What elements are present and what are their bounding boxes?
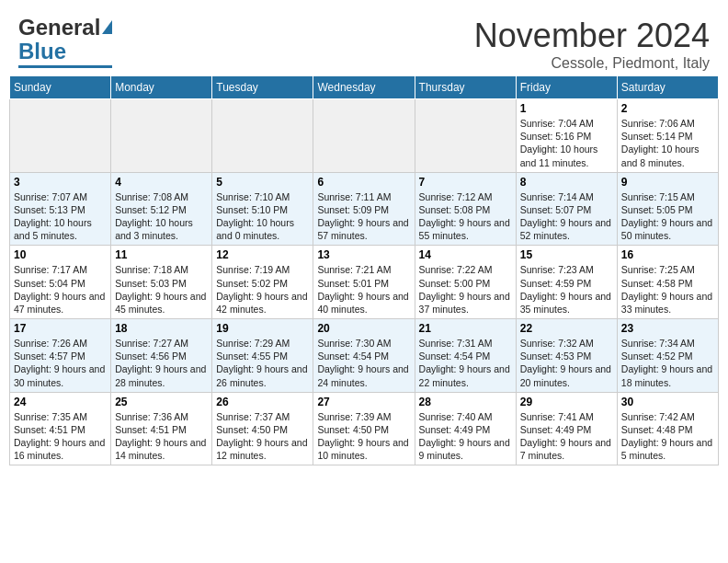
day-info: Sunrise: 7:07 AMSunset: 5:13 PMDaylight:… (14, 190, 107, 243)
weekday-header: Friday (516, 76, 617, 99)
calendar-day-cell: 6Sunrise: 7:11 AMSunset: 5:09 PMDaylight… (313, 172, 415, 246)
day-info: Sunrise: 7:18 AMSunset: 5:03 PMDaylight:… (115, 263, 208, 316)
calendar-day-cell: 5Sunrise: 7:10 AMSunset: 5:10 PMDaylight… (212, 172, 313, 246)
location-subtitle: Cessole, Piedmont, Italy (474, 55, 710, 72)
weekday-header: Monday (111, 76, 212, 99)
calendar-week-row: 10Sunrise: 7:17 AMSunset: 5:04 PMDayligh… (10, 246, 719, 319)
weekday-header: Tuesday (212, 76, 313, 99)
calendar-day-cell: 20Sunrise: 7:30 AMSunset: 4:54 PMDayligh… (313, 319, 415, 393)
day-info: Sunrise: 7:35 AMSunset: 4:51 PMDaylight:… (14, 410, 107, 463)
day-number: 24 (14, 396, 107, 408)
day-number: 26 (216, 396, 309, 408)
logo: General Blue (18, 17, 112, 68)
day-number: 15 (520, 248, 613, 261)
calendar-week-row: 1Sunrise: 7:04 AMSunset: 5:16 PMDaylight… (10, 99, 719, 173)
calendar-day-cell: 9Sunrise: 7:15 AMSunset: 5:05 PMDaylight… (617, 172, 718, 246)
weekday-header: Saturday (617, 76, 718, 99)
calendar-day-cell: 13Sunrise: 7:21 AMSunset: 5:01 PMDayligh… (313, 246, 415, 319)
day-number: 18 (115, 322, 208, 335)
day-info: Sunrise: 7:08 AMSunset: 5:12 PMDaylight:… (115, 190, 208, 243)
calendar-day-cell: 7Sunrise: 7:12 AMSunset: 5:08 PMDaylight… (415, 172, 516, 246)
day-info: Sunrise: 7:04 AMSunset: 5:16 PMDaylight:… (520, 117, 613, 169)
calendar-day-cell: 8Sunrise: 7:14 AMSunset: 5:07 PMDaylight… (516, 172, 617, 246)
calendar-day-cell (111, 99, 212, 173)
day-number: 7 (419, 176, 512, 189)
calendar-day-cell: 14Sunrise: 7:22 AMSunset: 5:00 PMDayligh… (415, 246, 516, 319)
calendar-day-cell (313, 99, 415, 173)
day-number: 17 (14, 322, 107, 335)
calendar-day-cell: 21Sunrise: 7:31 AMSunset: 4:54 PMDayligh… (415, 319, 516, 393)
day-info: Sunrise: 7:14 AMSunset: 5:07 PMDaylight:… (520, 190, 613, 243)
day-number: 20 (317, 322, 410, 335)
day-number: 23 (621, 322, 714, 335)
calendar-day-cell: 2Sunrise: 7:06 AMSunset: 5:14 PMDaylight… (617, 99, 718, 173)
title-block: November 2024 Cessole, Piedmont, Italy (474, 17, 710, 72)
calendar-day-cell: 1Sunrise: 7:04 AMSunset: 5:16 PMDaylight… (516, 99, 617, 173)
calendar-day-cell (10, 99, 111, 173)
calendar-day-cell: 18Sunrise: 7:27 AMSunset: 4:56 PMDayligh… (111, 319, 212, 393)
day-info: Sunrise: 7:36 AMSunset: 4:51 PMDaylight:… (115, 410, 208, 463)
day-info: Sunrise: 7:30 AMSunset: 4:54 PMDaylight:… (317, 337, 410, 389)
day-number: 1 (520, 102, 613, 115)
day-info: Sunrise: 7:19 AMSunset: 5:02 PMDaylight:… (216, 263, 309, 316)
calendar-day-cell: 3Sunrise: 7:07 AMSunset: 5:13 PMDaylight… (10, 172, 111, 246)
day-info: Sunrise: 7:22 AMSunset: 5:00 PMDaylight:… (419, 263, 512, 316)
day-info: Sunrise: 7:06 AMSunset: 5:14 PMDaylight:… (621, 117, 714, 169)
calendar-day-cell: 28Sunrise: 7:40 AMSunset: 4:49 PMDayligh… (415, 392, 516, 465)
calendar-day-cell: 26Sunrise: 7:37 AMSunset: 4:50 PMDayligh… (212, 392, 313, 465)
day-info: Sunrise: 7:29 AMSunset: 4:55 PMDaylight:… (216, 337, 309, 389)
day-number: 16 (621, 248, 714, 261)
day-number: 30 (621, 396, 714, 408)
day-info: Sunrise: 7:26 AMSunset: 4:57 PMDaylight:… (14, 337, 107, 389)
calendar-table: SundayMondayTuesdayWednesdayThursdayFrid… (9, 75, 719, 465)
day-number: 4 (115, 176, 208, 189)
logo-blue: Blue (18, 39, 66, 64)
day-info: Sunrise: 7:39 AMSunset: 4:50 PMDaylight:… (317, 410, 410, 463)
day-number: 22 (520, 322, 613, 335)
calendar-day-cell: 16Sunrise: 7:25 AMSunset: 4:58 PMDayligh… (617, 246, 718, 319)
page-header: General Blue November 2024 Cessole, Pied… (9, 9, 719, 75)
logo-triangle-icon (102, 20, 112, 34)
calendar-day-cell: 11Sunrise: 7:18 AMSunset: 5:03 PMDayligh… (111, 246, 212, 319)
calendar-day-cell: 12Sunrise: 7:19 AMSunset: 5:02 PMDayligh… (212, 246, 313, 319)
day-number: 29 (520, 396, 613, 408)
calendar-day-cell: 24Sunrise: 7:35 AMSunset: 4:51 PMDayligh… (10, 392, 111, 465)
calendar-day-cell (212, 99, 313, 173)
calendar-week-row: 3Sunrise: 7:07 AMSunset: 5:13 PMDaylight… (10, 172, 719, 246)
day-info: Sunrise: 7:41 AMSunset: 4:49 PMDaylight:… (520, 410, 613, 463)
calendar-day-cell: 17Sunrise: 7:26 AMSunset: 4:57 PMDayligh… (10, 319, 111, 393)
day-info: Sunrise: 7:21 AMSunset: 5:01 PMDaylight:… (317, 263, 410, 316)
day-number: 14 (419, 248, 512, 261)
day-info: Sunrise: 7:12 AMSunset: 5:08 PMDaylight:… (419, 190, 512, 243)
day-info: Sunrise: 7:40 AMSunset: 4:49 PMDaylight:… (419, 410, 512, 463)
day-number: 13 (317, 248, 410, 261)
day-info: Sunrise: 7:37 AMSunset: 4:50 PMDaylight:… (216, 410, 309, 463)
day-number: 12 (216, 248, 309, 261)
logo-general: General (18, 17, 100, 39)
day-number: 3 (14, 176, 107, 189)
weekday-header: Thursday (415, 76, 516, 99)
month-title: November 2024 (474, 17, 710, 55)
day-number: 9 (621, 176, 714, 189)
day-number: 11 (115, 248, 208, 261)
calendar-day-cell: 27Sunrise: 7:39 AMSunset: 4:50 PMDayligh… (313, 392, 415, 465)
day-info: Sunrise: 7:34 AMSunset: 4:52 PMDaylight:… (621, 337, 714, 389)
day-number: 25 (115, 396, 208, 408)
day-number: 2 (621, 102, 714, 115)
calendar-week-row: 17Sunrise: 7:26 AMSunset: 4:57 PMDayligh… (10, 319, 719, 393)
calendar-header-row: SundayMondayTuesdayWednesdayThursdayFrid… (10, 76, 719, 99)
weekday-header: Sunday (10, 76, 111, 99)
calendar-day-cell (415, 99, 516, 173)
calendar-day-cell: 19Sunrise: 7:29 AMSunset: 4:55 PMDayligh… (212, 319, 313, 393)
day-info: Sunrise: 7:32 AMSunset: 4:53 PMDaylight:… (520, 337, 613, 389)
calendar-day-cell: 23Sunrise: 7:34 AMSunset: 4:52 PMDayligh… (617, 319, 718, 393)
day-number: 6 (317, 176, 410, 189)
calendar-day-cell: 15Sunrise: 7:23 AMSunset: 4:59 PMDayligh… (516, 246, 617, 319)
calendar-day-cell: 30Sunrise: 7:42 AMSunset: 4:48 PMDayligh… (617, 392, 718, 465)
calendar-week-row: 24Sunrise: 7:35 AMSunset: 4:51 PMDayligh… (10, 392, 719, 465)
day-info: Sunrise: 7:17 AMSunset: 5:04 PMDaylight:… (14, 263, 107, 316)
day-info: Sunrise: 7:23 AMSunset: 4:59 PMDaylight:… (520, 263, 613, 316)
day-info: Sunrise: 7:15 AMSunset: 5:05 PMDaylight:… (621, 190, 714, 243)
day-info: Sunrise: 7:10 AMSunset: 5:10 PMDaylight:… (216, 190, 309, 243)
day-number: 8 (520, 176, 613, 189)
